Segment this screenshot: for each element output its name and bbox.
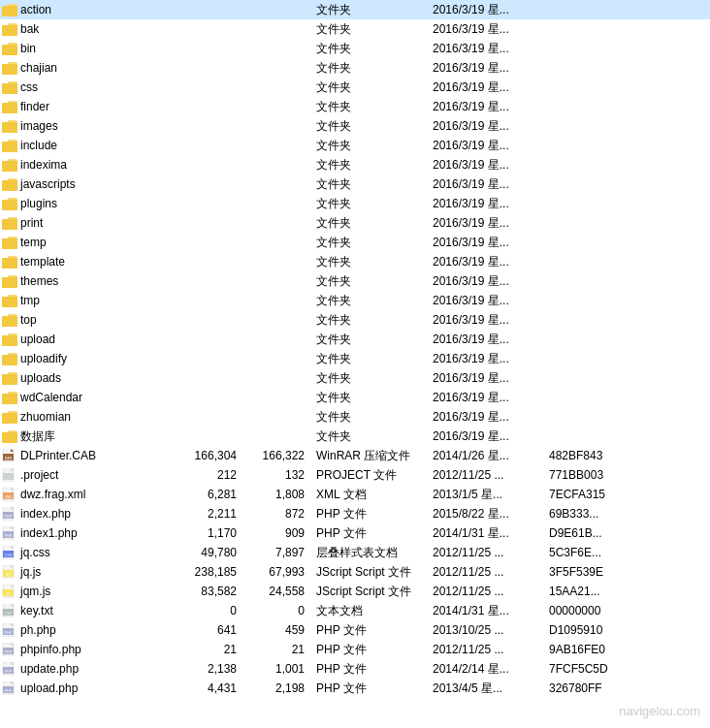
table-row[interactable]: uploadify 文件夹 2016/3/19 星... <box>0 349 710 368</box>
file-icon: TXT <box>2 604 17 617</box>
table-row[interactable]: JS jq.js 238,185 67,993 JScript Script 文… <box>0 562 710 582</box>
table-row[interactable]: temp 文件夹 2016/3/19 星... <box>0 233 710 252</box>
folder-icon <box>2 391 17 404</box>
table-row[interactable]: PHP update.php 2,138 1,001 PHP 文件 2014/2… <box>0 659 710 679</box>
table-row[interactable]: PHP ph.php 641 459 PHP 文件 2013/10/25 ...… <box>0 620 710 640</box>
name-label: ph.php <box>20 623 56 637</box>
file-size: 166,304 <box>177 449 244 462</box>
table-row[interactable]: bak 文件夹 2016/3/19 星... <box>0 19 710 39</box>
folder-icon <box>2 410 17 424</box>
file-hash: 3F5F539E <box>545 565 642 579</box>
name-label: key.txt <box>20 604 53 617</box>
file-type: 文件夹 <box>312 215 429 232</box>
table-row[interactable]: RAR DLPrinter.CAB 166,304 166,322 WinRAR… <box>0 446 710 465</box>
file-name: bin <box>2 42 177 55</box>
table-row[interactable]: PHP phpinfo.php 21 21 PHP 文件 2012/11/25 … <box>0 640 710 659</box>
table-row[interactable]: include 文件夹 2016/3/19 星... <box>0 136 710 155</box>
table-row[interactable]: print 文件夹 2016/3/19 星... <box>0 213 710 233</box>
file-date: 2016/3/19 星... <box>429 215 545 232</box>
watermark: navigelou.com <box>619 704 700 718</box>
svg-rect-93 <box>11 681 14 684</box>
file-type: 文件夹 <box>312 60 429 77</box>
table-row[interactable]: TXT key.txt 0 0 文本文档 2014/1/31 星... 0000… <box>0 601 710 620</box>
folder-icon <box>2 3 17 16</box>
table-row[interactable]: zhuomian 文件夹 2016/3/19 星... <box>0 407 710 427</box>
file-date: 2012/11/25 ... <box>429 546 545 559</box>
file-hash: 482BF843 <box>545 449 642 462</box>
table-row[interactable]: finder 文件夹 2016/3/19 星... <box>0 97 710 116</box>
svg-text:PHP: PHP <box>4 688 13 693</box>
file-date: 2016/3/19 星... <box>429 138 545 154</box>
table-row[interactable]: top 文件夹 2016/3/19 星... <box>0 310 710 330</box>
table-row[interactable]: CSS jq.css 49,780 7,897 层叠样式表文档 2012/11/… <box>0 543 710 562</box>
svg-rect-51 <box>3 473 14 480</box>
file-type: 文件夹 <box>312 370 429 387</box>
file-name: themes <box>2 274 177 288</box>
folder-icon <box>2 100 17 113</box>
table-row[interactable]: wdCalendar 文件夹 2016/3/19 星... <box>0 388 710 407</box>
file-type: 文件夹 <box>312 79 429 96</box>
table-row[interactable]: JS jqm.js 83,582 24,558 JScript Script 文… <box>0 582 710 601</box>
table-row[interactable]: chajian 文件夹 2016/3/19 星... <box>0 58 710 78</box>
file-date: 2016/3/19 星... <box>429 60 545 77</box>
file-hash: 771BB003 <box>545 468 642 482</box>
name-label: upload.php <box>20 681 78 695</box>
file-date: 2016/3/19 星... <box>429 273 545 290</box>
table-row[interactable]: uploads 文件夹 2016/3/19 星... <box>0 368 710 388</box>
name-label: dwz.frag.xml <box>20 488 85 501</box>
file-icon: PHP <box>2 526 17 540</box>
table-row[interactable]: 数据库 文件夹 2016/3/19 星... <box>0 427 710 446</box>
name-label: tmp <box>20 294 40 307</box>
table-row[interactable]: .project 212 132 PROJECT 文件 2012/11/25 .… <box>0 465 710 485</box>
table-row[interactable]: css 文件夹 2016/3/19 星... <box>0 78 710 97</box>
folder-icon <box>2 236 17 249</box>
file-hash: 7ECFA315 <box>545 488 642 501</box>
table-row[interactable]: upload 文件夹 2016/3/19 星... <box>0 330 710 349</box>
table-row[interactable]: tmp 文件夹 2016/3/19 星... <box>0 291 710 310</box>
file-name: javascripts <box>2 177 177 191</box>
file-size: 49,780 <box>177 546 244 559</box>
table-row[interactable]: PHP upload.php 4,431 2,198 PHP 文件 2013/4… <box>0 679 710 698</box>
file-type: 文件夹 <box>312 118 429 135</box>
file-date: 2016/3/19 星... <box>429 312 545 329</box>
file-size: 2,211 <box>177 507 244 521</box>
name-label: DLPrinter.CAB <box>20 449 96 462</box>
file-date: 2016/3/19 星... <box>429 41 545 57</box>
file-name: TXT key.txt <box>2 604 177 617</box>
file-type: 文件夹 <box>312 99 429 115</box>
table-row[interactable]: PHP index1.php 1,170 909 PHP 文件 2014/1/3… <box>0 523 710 543</box>
table-row[interactable]: javascripts 文件夹 2016/3/19 星... <box>0 174 710 194</box>
name-label: bak <box>20 22 39 36</box>
file-date: 2016/3/19 星... <box>429 351 545 367</box>
name-label: finder <box>20 100 49 113</box>
table-row[interactable]: template 文件夹 2016/3/19 星... <box>0 252 710 271</box>
folder-icon <box>2 22 17 36</box>
table-row[interactable]: images 文件夹 2016/3/19 星... <box>0 116 710 136</box>
file-name: PHP index1.php <box>2 526 177 540</box>
file-type: JScript Script 文件 <box>312 564 429 581</box>
file-size: 1,170 <box>177 526 244 540</box>
file-type: PHP 文件 <box>312 681 429 697</box>
file-date: 2014/1/26 星... <box>429 448 545 464</box>
file-name: indexima <box>2 158 177 172</box>
table-row[interactable]: XML dwz.frag.xml 6,281 1,808 XML 文档 2013… <box>0 485 710 504</box>
file-name: plugins <box>2 197 177 210</box>
table-row[interactable]: PHP index.php 2,211 872 PHP 文件 2015/8/22… <box>0 504 710 523</box>
file-size: 4,431 <box>177 681 244 695</box>
file-name: temp <box>2 236 177 249</box>
table-row[interactable]: bin 文件夹 2016/3/19 星... <box>0 39 710 58</box>
svg-text:PHP: PHP <box>4 533 13 538</box>
file-hash: 9AB16FE0 <box>545 643 642 656</box>
table-row[interactable]: themes 文件夹 2016/3/19 星... <box>0 271 710 291</box>
file-type: 文件夹 <box>312 390 429 406</box>
name-label: zhuomian <box>20 410 71 424</box>
name-label: print <box>20 216 43 230</box>
file-date: 2016/3/19 星... <box>429 21 545 38</box>
file-date: 2013/10/25 ... <box>429 623 545 637</box>
file-name: PHP ph.php <box>2 623 177 637</box>
svg-rect-85 <box>11 643 14 646</box>
table-row[interactable]: indexima 文件夹 2016/3/19 星... <box>0 155 710 174</box>
file-type: 文件夹 <box>312 428 429 445</box>
table-row[interactable]: plugins 文件夹 2016/3/19 星... <box>0 194 710 213</box>
table-row[interactable]: action 文件夹 2016/3/19 星... <box>0 0 710 19</box>
